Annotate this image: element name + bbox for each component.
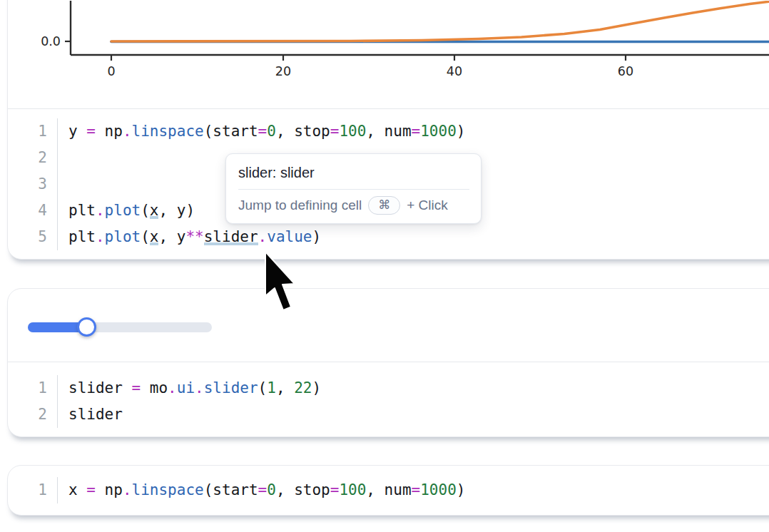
code-token: plt xyxy=(68,202,96,219)
line-number-gutter: 1 xyxy=(8,477,58,503)
code-token: linspace xyxy=(132,481,204,498)
code-token: slider xyxy=(68,379,132,397)
code-token: x xyxy=(68,481,86,498)
line-number: 1 xyxy=(8,118,47,145)
code-token: np xyxy=(96,123,123,140)
svg-text:60: 60 xyxy=(618,64,633,78)
svg-text:40: 40 xyxy=(447,64,462,78)
code-token: 1000 xyxy=(420,123,457,140)
svg-text:20: 20 xyxy=(275,64,291,78)
variable-link-slider[interactable]: slider xyxy=(204,228,258,245)
line-number: 1 xyxy=(8,477,47,503)
code-line[interactable]: plt.plot(x, y**slider.value) xyxy=(68,224,465,250)
code-token: plot xyxy=(105,202,141,219)
code-token: = xyxy=(86,481,96,498)
code-token: ( xyxy=(258,379,268,397)
line-number: 1 xyxy=(8,375,47,401)
tooltip-divider xyxy=(238,189,469,190)
code-token: = xyxy=(258,481,268,498)
code-token: mo xyxy=(141,379,168,397)
svg-text:0: 0 xyxy=(107,64,115,78)
tooltip-suffix-label: + Click xyxy=(407,198,448,213)
matplotlib-plot: 0.00204060 xyxy=(8,1,769,110)
tooltip-title: slider: slider xyxy=(238,163,469,182)
code-token: ) xyxy=(457,123,466,140)
code-token: , y xyxy=(158,228,185,245)
notebook-cell-slider: 12 slider = mo.ui.slider(1, 22)slider xyxy=(7,288,769,437)
code-token: 0 xyxy=(267,481,276,498)
line-number-gutter: 12345 xyxy=(8,118,58,250)
code-token: slider xyxy=(204,379,258,397)
code-token: (start xyxy=(204,481,258,498)
tooltip-action-row: Jump to defining cell ⌘ + Click xyxy=(238,196,469,215)
code-token: . xyxy=(168,379,177,397)
cell-output-plot: 0.00204060 xyxy=(8,0,769,109)
code-token: value xyxy=(267,228,312,245)
code-editor[interactable]: 1 x = np.linspace(start=0, stop=100, num… xyxy=(8,466,769,514)
code-token: slider xyxy=(68,406,123,423)
code-line[interactable]: y = np.linspace(start=0, stop=100, num=1… xyxy=(68,118,465,145)
code-source[interactable]: x = np.linspace(start=0, stop=100, num=1… xyxy=(58,477,465,503)
code-token: plt xyxy=(68,228,96,245)
code-token: linspace xyxy=(132,123,204,140)
command-key-icon: ⌘ xyxy=(368,196,400,215)
code-token: , stop xyxy=(276,481,330,498)
code-token: 1 xyxy=(267,379,276,397)
code-token: , num xyxy=(366,481,411,498)
code-token: = xyxy=(412,481,421,498)
code-editor[interactable]: 12 slider = mo.ui.slider(1, 22)slider xyxy=(8,362,769,436)
code-token: = xyxy=(330,123,340,140)
code-token: . xyxy=(195,379,204,397)
code-token: (start xyxy=(204,123,258,140)
line-number: 5 xyxy=(8,224,47,250)
code-token: ) xyxy=(312,379,321,397)
code-token: 1000 xyxy=(420,481,457,498)
code-token: , xyxy=(276,379,294,397)
code-token: . xyxy=(123,481,132,498)
code-token: y xyxy=(68,123,86,140)
code-token: 100 xyxy=(339,123,366,140)
code-token: ) xyxy=(457,481,466,498)
code-token: , y) xyxy=(158,202,195,219)
line-number: 4 xyxy=(8,198,47,224)
code-token: plot xyxy=(105,228,141,245)
code-token: ui xyxy=(177,379,195,397)
svg-text:0.0: 0.0 xyxy=(41,34,61,48)
code-token: = xyxy=(132,379,141,397)
code-token: = xyxy=(330,481,340,498)
line-number: 3 xyxy=(8,171,47,198)
code-token: = xyxy=(412,123,421,140)
code-token: , stop xyxy=(276,123,330,140)
code-token: = xyxy=(258,123,268,140)
code-token: ( xyxy=(141,228,150,245)
code-line[interactable]: x = np.linspace(start=0, stop=100, num=1… xyxy=(68,477,465,503)
code-line[interactable]: slider = mo.ui.slider(1, 22) xyxy=(68,375,321,401)
code-token: . xyxy=(96,228,105,245)
code-token: ) xyxy=(312,228,321,245)
tooltip-action-label: Jump to defining cell xyxy=(238,198,362,213)
line-number: 2 xyxy=(8,145,47,171)
line-number: 2 xyxy=(8,401,47,428)
variable-link-x[interactable]: x xyxy=(150,202,159,219)
code-line[interactable]: slider xyxy=(68,401,321,428)
code-source[interactable]: slider = mo.ui.slider(1, 22)slider xyxy=(58,375,321,428)
code-token: . xyxy=(123,123,132,140)
code-token: 100 xyxy=(339,481,366,498)
code-token: . xyxy=(96,202,105,219)
code-token: . xyxy=(258,228,268,245)
code-token: = xyxy=(86,123,96,140)
variable-link-x[interactable]: x xyxy=(150,228,159,245)
line-number-gutter: 12 xyxy=(8,375,58,428)
mouse-cursor-icon xyxy=(265,252,300,317)
variable-tooltip: slider: slider Jump to defining cell ⌘ +… xyxy=(225,153,482,224)
cell-output-slider xyxy=(8,289,769,362)
notebook-cell-x: 1 x = np.linspace(start=0, stop=100, num… xyxy=(7,465,769,516)
code-token: 22 xyxy=(294,379,312,397)
code-token: 0 xyxy=(267,123,276,140)
marimo-notebook-page: 0.00204060 12345 y = np.linspace(start=0… xyxy=(0,0,769,532)
code-token: ( xyxy=(141,202,150,219)
code-token: np xyxy=(96,481,123,498)
slider-handle[interactable] xyxy=(77,317,96,337)
slider-input[interactable] xyxy=(28,322,212,332)
code-token: ** xyxy=(185,228,203,245)
